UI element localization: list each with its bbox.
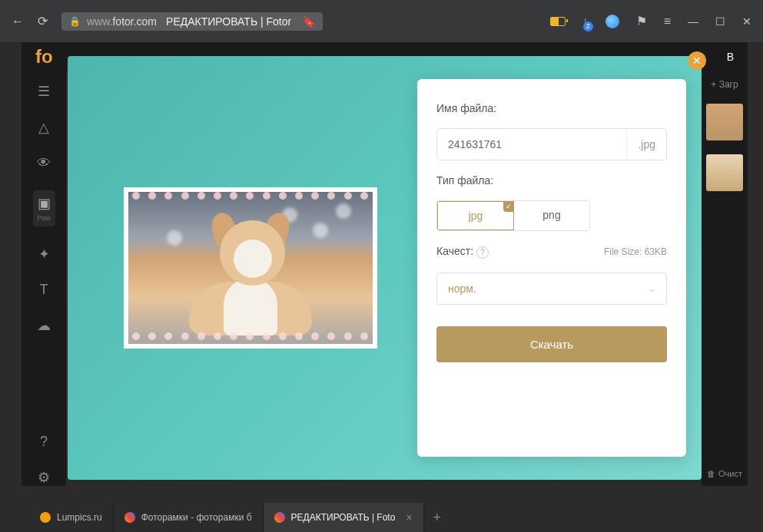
help-tooltip-icon[interactable]: ? [476, 246, 489, 259]
bookmark-icon[interactable]: 🔖 [302, 15, 315, 28]
export-modal: ✕ Имя файла: .jpg Тип файла: [68, 56, 702, 480]
effects-icon[interactable]: △ [38, 119, 49, 136]
downloads-button[interactable]: ↓2 [582, 15, 589, 28]
lock-icon: 🔒 [69, 16, 81, 27]
bookmarks-button[interactable]: ⚑ [636, 14, 647, 28]
quality-dropdown[interactable]: норм. ⌄ [436, 273, 667, 305]
export-panel: Имя файла: .jpg Тип файла: jpg png Качес… [417, 79, 686, 457]
filename-field: .jpg [436, 128, 667, 160]
download-button[interactable]: Скачать [436, 326, 667, 362]
cloud-icon[interactable]: ☁ [37, 317, 51, 334]
app-logo[interactable]: fo [35, 46, 53, 68]
stickers-icon[interactable]: ✦ [38, 246, 50, 263]
page-title: РЕДАКТИРОВАТЬ | Fotor [166, 15, 291, 28]
frames-icon[interactable]: ▣Рам [33, 190, 55, 226]
settings-icon[interactable]: ⚙ [38, 469, 50, 486]
thumbnail-2[interactable] [706, 154, 743, 191]
jpg-option[interactable]: jpg [437, 201, 514, 230]
text-icon[interactable]: T [40, 282, 48, 298]
profile-icon[interactable] [605, 15, 619, 28]
clear-button[interactable]: 🗑 Очист [707, 469, 742, 478]
tab-favicon [40, 512, 51, 523]
filename-label: Имя файла: [436, 102, 667, 114]
thumbnail-1[interactable] [706, 104, 743, 140]
minimize-button[interactable]: — [688, 15, 698, 28]
header-right-text[interactable]: В [727, 51, 734, 63]
png-option[interactable]: png [514, 201, 589, 230]
tab-fotor[interactable]: РЕДАКТИРОВАТЬ | Foto× [264, 503, 424, 532]
filename-input[interactable] [437, 129, 626, 160]
beauty-icon[interactable]: 👁 [37, 155, 51, 171]
adjust-icon[interactable]: ☰ [38, 83, 50, 100]
browser-tabs: Lumpics.ru Фоторамки - фоторамки б РЕДАК… [22, 503, 748, 532]
right-panel: + Загр 🗑 Очист [702, 71, 748, 486]
quality-value: норм. [448, 283, 476, 295]
url-text: www.fotor.com [87, 15, 157, 28]
tab-lumpics[interactable]: Lumpics.ru [29, 503, 114, 532]
preview-area [83, 79, 417, 457]
file-extension: .jpg [626, 129, 666, 160]
left-sidebar: ☰ △ 👁 ▣Рам ✦ T ☁ ? ⚙ [22, 71, 66, 486]
tab-favicon [124, 512, 135, 523]
close-button[interactable]: ✕ [742, 15, 751, 28]
tab-close-icon[interactable]: × [406, 511, 412, 524]
address-bar[interactable]: 🔒 www.fotor.com РЕДАКТИРОВАТЬ | Fotor 🔖 [61, 12, 323, 31]
menu-button[interactable]: ≡ [664, 15, 671, 28]
maximize-button[interactable]: ☐ [715, 15, 725, 28]
back-button[interactable]: ← [12, 15, 24, 28]
filetype-selector: jpg png [436, 200, 590, 231]
upload-button[interactable]: + Загр [711, 79, 738, 90]
chevron-down-icon: ⌄ [648, 283, 655, 294]
filesize-text: File Size: 63KB [604, 246, 667, 257]
filetype-label: Тип файла: [436, 174, 667, 187]
reload-button[interactable]: ⟳ [38, 14, 48, 28]
tab-fotoramki[interactable]: Фоторамки - фоторамки б [114, 503, 264, 532]
close-modal-button[interactable]: ✕ [688, 51, 706, 70]
browser-toolbar: ← ⟳ 🔒 www.fotor.com РЕДАКТИРОВАТЬ | Foto… [0, 0, 763, 42]
tab-favicon [274, 512, 285, 523]
image-preview [124, 187, 377, 349]
help-icon[interactable]: ? [40, 434, 48, 450]
battery-icon [550, 17, 566, 26]
quality-label: Качест:? [436, 245, 489, 259]
new-tab-button[interactable]: + [424, 510, 451, 526]
